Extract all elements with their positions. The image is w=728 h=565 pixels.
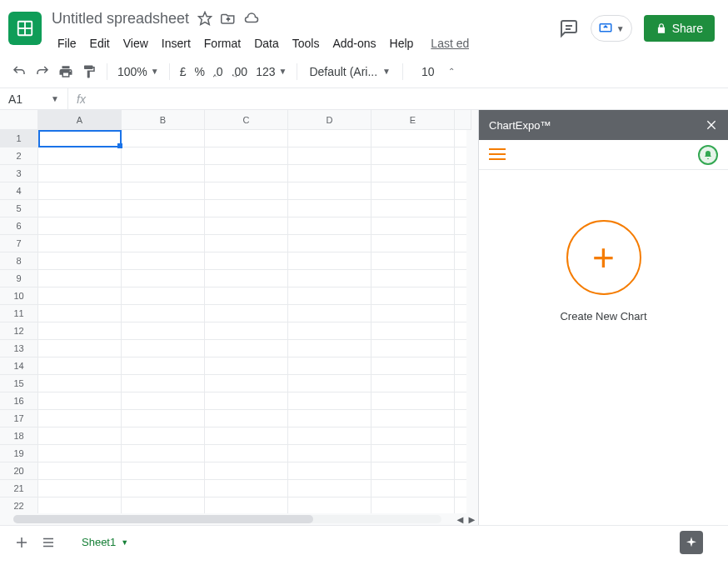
- cell[interactable]: [288, 165, 371, 182]
- col-header[interactable]: C: [205, 110, 288, 130]
- cell[interactable]: [122, 375, 205, 392]
- cell[interactable]: [38, 305, 122, 322]
- menu-insert[interactable]: Insert: [156, 33, 197, 53]
- scroll-right-icon[interactable]: ►: [466, 513, 478, 525]
- cell[interactable]: [288, 218, 371, 235]
- cell[interactable]: [205, 148, 288, 165]
- cell[interactable]: [205, 375, 288, 392]
- cell[interactable]: [38, 235, 122, 252]
- cell[interactable]: [371, 165, 455, 182]
- cell[interactable]: [371, 305, 455, 322]
- row-header[interactable]: 20: [0, 462, 38, 480]
- cell[interactable]: [122, 200, 205, 218]
- cell[interactable]: [38, 445, 122, 462]
- cell[interactable]: [371, 445, 455, 462]
- row-header[interactable]: 9: [0, 270, 38, 288]
- cell[interactable]: [371, 322, 455, 340]
- cell[interactable]: [122, 218, 205, 235]
- row-header[interactable]: 16: [0, 392, 38, 410]
- col-header[interactable]: E: [371, 110, 455, 130]
- cell[interactable]: [38, 340, 122, 358]
- row-header[interactable]: 2: [0, 148, 38, 165]
- print-icon[interactable]: [55, 61, 77, 82]
- cell[interactable]: [205, 322, 288, 340]
- cell[interactable]: [122, 462, 205, 480]
- cell[interactable]: [205, 410, 288, 428]
- row-header[interactable]: 15: [0, 375, 38, 392]
- scroll-left-icon[interactable]: ◄: [455, 513, 466, 525]
- cell[interactable]: [371, 428, 455, 445]
- cell[interactable]: [288, 428, 371, 445]
- bell-icon[interactable]: [698, 145, 718, 165]
- cell[interactable]: [371, 410, 455, 428]
- cell[interactable]: [38, 200, 122, 218]
- cell[interactable]: [122, 340, 205, 358]
- cell[interactable]: [288, 305, 371, 322]
- cell[interactable]: [122, 392, 205, 410]
- row-header[interactable]: 14: [0, 358, 38, 375]
- row-header[interactable]: 21: [0, 480, 38, 498]
- cell[interactable]: [122, 498, 205, 515]
- cell[interactable]: [122, 252, 205, 270]
- row-header[interactable]: 10: [0, 288, 38, 305]
- row-header[interactable]: 11: [0, 305, 38, 322]
- cell[interactable]: [371, 270, 455, 288]
- cell[interactable]: [38, 462, 122, 480]
- currency-button[interactable]: £: [177, 65, 190, 78]
- cell[interactable]: [371, 148, 455, 165]
- cell[interactable]: [122, 165, 205, 182]
- cell[interactable]: [205, 340, 288, 358]
- add-sheet-button[interactable]: [8, 529, 35, 556]
- row-header[interactable]: 18: [0, 428, 38, 445]
- cell[interactable]: [122, 428, 205, 445]
- move-icon[interactable]: [221, 11, 236, 26]
- cell[interactable]: [38, 480, 122, 498]
- row-header[interactable]: 12: [0, 322, 38, 340]
- star-icon[interactable]: [197, 11, 212, 26]
- cell[interactable]: [122, 305, 205, 322]
- undo-icon[interactable]: [8, 61, 30, 82]
- cell[interactable]: [38, 322, 122, 340]
- cell[interactable]: [288, 322, 371, 340]
- cell[interactable]: [371, 130, 455, 148]
- row-header[interactable]: 6: [0, 218, 38, 235]
- font-size-select[interactable]: 10⌃: [418, 65, 458, 78]
- number-format-select[interactable]: 123▼: [252, 65, 290, 78]
- cell[interactable]: [122, 480, 205, 498]
- formula-input[interactable]: [94, 88, 728, 109]
- cell[interactable]: [371, 375, 455, 392]
- cell[interactable]: [288, 498, 371, 515]
- cell[interactable]: [122, 445, 205, 462]
- cell[interactable]: [205, 165, 288, 182]
- cell[interactable]: [122, 288, 205, 305]
- cell[interactable]: [371, 235, 455, 252]
- cell[interactable]: [288, 130, 371, 148]
- explore-button[interactable]: [680, 531, 703, 554]
- cell[interactable]: [205, 462, 288, 480]
- cell[interactable]: [371, 288, 455, 305]
- menu-data[interactable]: Data: [248, 33, 285, 53]
- row-header[interactable]: 1: [0, 130, 38, 148]
- cell[interactable]: [205, 130, 288, 148]
- cell[interactable]: [122, 270, 205, 288]
- menu-view[interactable]: View: [117, 33, 154, 53]
- cell[interactable]: [288, 252, 371, 270]
- cell[interactable]: [38, 358, 122, 375]
- comments-icon[interactable]: [559, 18, 579, 38]
- cell[interactable]: [205, 428, 288, 445]
- cell[interactable]: [288, 358, 371, 375]
- cell[interactable]: [205, 480, 288, 498]
- cell[interactable]: [205, 200, 288, 218]
- cell[interactable]: [205, 445, 288, 462]
- cell[interactable]: [288, 235, 371, 252]
- cell[interactable]: [38, 130, 122, 148]
- cell[interactable]: [38, 410, 122, 428]
- close-icon[interactable]: [705, 118, 718, 132]
- cell[interactable]: [38, 428, 122, 445]
- cell[interactable]: [38, 288, 122, 305]
- cell[interactable]: [38, 165, 122, 182]
- cell[interactable]: [371, 200, 455, 218]
- decrease-decimal-button[interactable]: .0←: [210, 65, 227, 78]
- cell[interactable]: [288, 392, 371, 410]
- cloud-icon[interactable]: [244, 11, 259, 26]
